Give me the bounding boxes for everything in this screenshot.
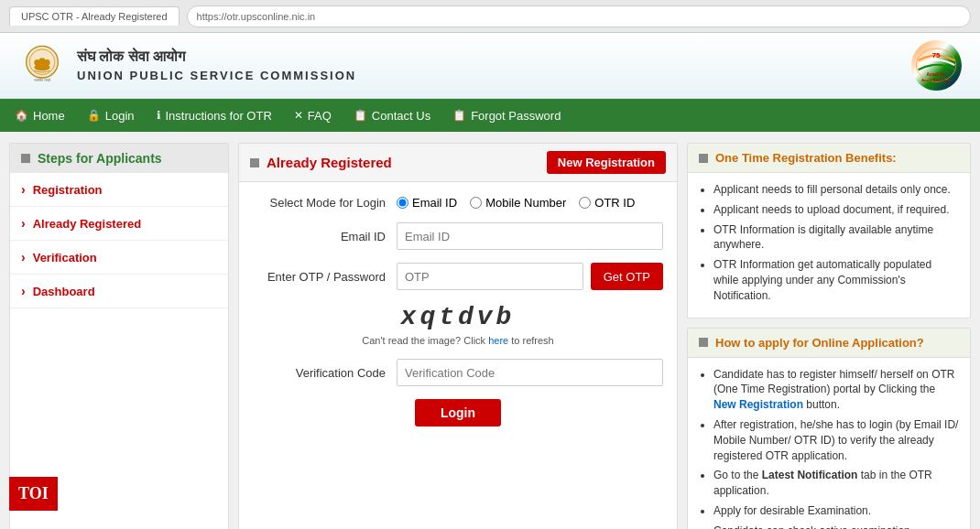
- sidebar-title: Steps for Applicants: [38, 151, 162, 166]
- nav-login[interactable]: 🔒 Login: [76, 99, 146, 132]
- captcha-text: xqtdvb: [253, 303, 663, 331]
- sidebar-item-verification[interactable]: › Verification: [10, 241, 228, 275]
- how-to-apply-list: Candidate has to register himself/ herse…: [699, 367, 959, 529]
- center-panel: Already Registered New Registration Sele…: [238, 143, 678, 529]
- already-registered-title: Already Registered: [267, 155, 392, 170]
- center-header-title: Already Registered: [250, 155, 392, 170]
- nav-home[interactable]: 🏠 Home: [4, 99, 76, 132]
- new-registration-button[interactable]: New Registration: [547, 151, 666, 174]
- svg-text:सत्यमेव जयते: सत्यमेव जयते: [33, 78, 51, 82]
- radio-group: Email ID Mobile Number OTR ID: [397, 196, 635, 210]
- email-input[interactable]: [397, 222, 663, 250]
- how-to-apply-card: How to apply for Online Application? Can…: [687, 328, 971, 529]
- nav-instructions-label: Instructions for OTR: [166, 109, 272, 123]
- emblem-icon: सत्यमेव जयते: [18, 42, 66, 90]
- get-otp-button[interactable]: Get OTP: [591, 263, 663, 290]
- chevron-right-icon: ›: [21, 182, 26, 197]
- svg-text:Azadi Ka: Azadi Ka: [926, 71, 946, 77]
- verification-input[interactable]: [397, 359, 663, 386]
- otp-input-group: Get OTP: [397, 263, 663, 290]
- left-panel-header: Steps for Applicants: [10, 144, 228, 173]
- center-header: Already Registered New Registration: [239, 144, 677, 182]
- benefit-item-3: OTR Information is digitally available a…: [713, 222, 959, 254]
- nav-faq-label: FAQ: [308, 109, 332, 123]
- hindi-title: संघ लोक सेवा आयोग: [77, 47, 356, 67]
- chevron-right-icon-4: ›: [21, 284, 26, 298]
- sidebar-label-registration: Registration: [33, 183, 103, 197]
- browser-tab[interactable]: UPSC OTR - Already Registered: [9, 6, 180, 26]
- otr-benefits-header: One Time Registration Benefits:: [688, 144, 970, 173]
- home-icon: 🏠: [15, 109, 28, 122]
- sidebar-item-dashboard[interactable]: › Dashboard: [10, 275, 228, 308]
- radio-mobile-input[interactable]: [470, 197, 482, 209]
- captcha-section: xqtdvb Can't read the image? Click here …: [253, 303, 663, 346]
- sidebar-label-verification: Verification: [33, 251, 97, 264]
- benefit-item-2: Applicant needs to upload document, if r…: [713, 202, 959, 218]
- select-mode-label: Select Mode for Login: [253, 196, 386, 210]
- x-icon: ✕: [294, 109, 303, 122]
- radio-email-input[interactable]: [397, 197, 408, 209]
- email-row: Email ID: [253, 222, 663, 250]
- header: सत्यमेव जयते संघ लोक सेवा आयोग UNION PUB…: [0, 33, 980, 99]
- nav-contact[interactable]: 📋 Contact Us: [343, 99, 441, 132]
- otr-benefits-title: One Time Registration Benefits:: [715, 151, 897, 165]
- otr-benefits-body: Applicant needs to fill personal details…: [688, 173, 970, 318]
- benefit-item-1: Applicant needs to fill personal details…: [713, 182, 959, 198]
- azadi-badge: Azadi Ka Amrit Mahotsav 75: [911, 40, 962, 91]
- info-icon: ℹ: [157, 109, 161, 122]
- nav-forgot-password[interactable]: 📋 Forgot Password: [441, 99, 572, 132]
- apply-sq-icon: [699, 338, 708, 347]
- latest-notif-highlight: Latest Notification: [762, 469, 858, 481]
- captcha-hint: Can't read the image? Click here to refr…: [253, 335, 663, 346]
- chevron-right-icon-2: ›: [21, 216, 26, 231]
- benefit-item-4: OTR Information get automatically popula…: [713, 257, 959, 303]
- nav-login-label: Login: [105, 109, 135, 123]
- nav-faq[interactable]: ✕ FAQ: [283, 99, 343, 132]
- english-title: UNION PUBLIC SERVICE COMMISSION: [77, 68, 356, 84]
- browser-address-bar[interactable]: https://otr.upsconline.nic.in: [187, 5, 971, 27]
- otp-input[interactable]: [397, 263, 583, 290]
- apply-item-3: Go to the Latest Notification tab in the…: [713, 468, 959, 499]
- nav-home-label: Home: [33, 109, 65, 123]
- center-sq-icon: [250, 158, 259, 167]
- radio-mobile-label: Mobile Number: [485, 196, 566, 210]
- radio-mobile[interactable]: Mobile Number: [470, 196, 566, 210]
- otp-row: Enter OTP / Password Get OTP: [253, 263, 663, 290]
- radio-email-label: Email ID: [412, 196, 457, 210]
- new-reg-link[interactable]: New Registration: [713, 398, 803, 411]
- radio-otr[interactable]: OTR ID: [579, 196, 635, 210]
- svg-text:Amrit Mahotsav: Amrit Mahotsav: [921, 78, 952, 82]
- sidebar-label-dashboard: Dashboard: [33, 285, 95, 298]
- navbar: 🏠 Home 🔒 Login ℹ Instructions for OTR ✕ …: [0, 99, 980, 132]
- svg-point-6: [39, 58, 46, 64]
- sidebar-label-already-registered: Already Registered: [33, 217, 142, 231]
- nav-contact-label: Contact Us: [372, 109, 430, 123]
- sidebar-item-already-registered[interactable]: › Already Registered: [10, 207, 228, 241]
- nav-forgot-label: Forgot Password: [471, 109, 561, 123]
- select-mode-row: Select Mode for Login Email ID Mobile Nu…: [253, 196, 663, 210]
- header-right: Azadi Ka Amrit Mahotsav 75: [911, 40, 962, 91]
- chevron-right-icon-3: ›: [21, 250, 26, 264]
- verification-row: Verification Code: [253, 359, 663, 386]
- nav-instructions[interactable]: ℹ Instructions for OTR: [146, 99, 283, 132]
- contact-icon: 📋: [354, 109, 367, 122]
- apply-item-5: Candidate can check active examination N…: [713, 524, 959, 529]
- how-to-apply-body: Candidate has to register himself/ herse…: [688, 358, 970, 529]
- left-panel: Steps for Applicants › Registration › Al…: [9, 143, 229, 529]
- how-to-apply-header: How to apply for Online Application?: [688, 329, 970, 358]
- apply-item-2: After registration, he/she has to login …: [713, 417, 959, 463]
- right-panel: One Time Registration Benefits: Applican…: [687, 143, 971, 529]
- header-left: सत्यमेव जयते संघ लोक सेवा आयोग UNION PUB…: [18, 42, 356, 90]
- svg-text:75: 75: [932, 51, 941, 59]
- sidebar-item-registration[interactable]: › Registration: [10, 173, 228, 207]
- email-label: Email ID: [253, 230, 386, 243]
- captcha-refresh-link[interactable]: here: [488, 335, 508, 346]
- benefits-sq-icon: [699, 154, 708, 163]
- radio-otr-input[interactable]: [579, 197, 591, 209]
- forgot-icon: 📋: [452, 109, 466, 122]
- radio-email-id[interactable]: Email ID: [397, 196, 457, 210]
- browser-bar: UPSC OTR - Already Registered https://ot…: [0, 0, 980, 33]
- otr-benefits-list: Applicant needs to fill personal details…: [699, 182, 959, 304]
- radio-otr-label: OTR ID: [594, 196, 635, 210]
- login-button[interactable]: Login: [415, 399, 501, 426]
